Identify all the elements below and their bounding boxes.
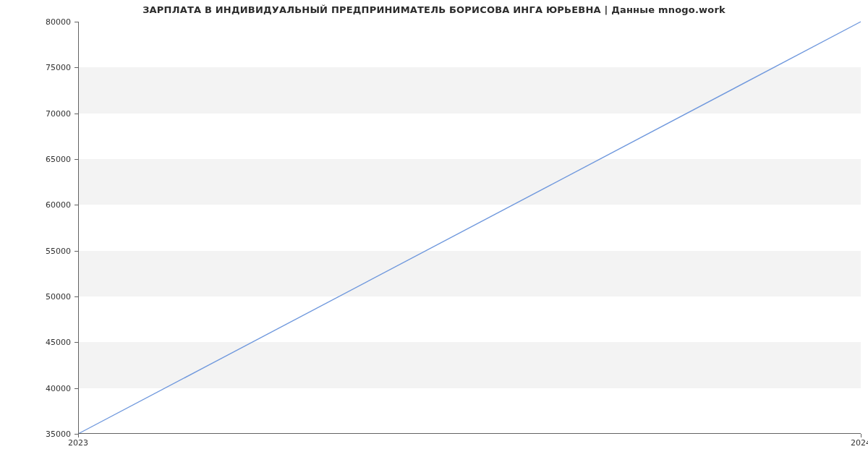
x-tick-mark (78, 434, 79, 437)
series-line-salary (78, 22, 861, 434)
y-tick-label: 70000 (27, 108, 71, 118)
y-tick-mark (75, 114, 78, 114)
x-tick-mark (861, 434, 861, 437)
y-tick-label: 35000 (27, 430, 71, 439)
y-tick-mark (75, 159, 78, 160)
y-tick-label: 75000 (27, 63, 71, 72)
plot-area (78, 22, 861, 434)
y-axis-spine (78, 22, 79, 434)
y-tick-label: 80000 (27, 17, 71, 27)
y-tick-mark (75, 251, 78, 252)
y-tick-mark (75, 388, 78, 389)
y-tick-label: 65000 (27, 155, 71, 164)
x-axis-spine (78, 433, 861, 434)
y-tick-mark (75, 342, 78, 343)
y-tick-label: 55000 (27, 246, 71, 255)
y-tick-label: 50000 (27, 292, 71, 302)
x-tick-label: 2023 (68, 438, 88, 448)
y-tick-label: 60000 (27, 200, 71, 210)
y-tick-label: 40000 (27, 383, 71, 393)
chart-title: ЗАРПЛАТА В ИНДИВИДУАЛЬНЫЙ ПРЕДПРИНИМАТЕЛ… (0, 4, 868, 15)
chart-container: ЗАРПЛАТА В ИНДИВИДУАЛЬНЫЙ ПРЕДПРИНИМАТЕЛ… (0, 0, 868, 470)
line-layer (78, 22, 861, 434)
x-tick-label: 2024 (851, 438, 868, 448)
y-tick-mark (75, 296, 78, 297)
y-tick-mark (75, 22, 78, 22)
y-tick-mark (75, 205, 78, 205)
y-tick-label: 45000 (27, 338, 71, 347)
y-tick-mark (75, 67, 78, 68)
